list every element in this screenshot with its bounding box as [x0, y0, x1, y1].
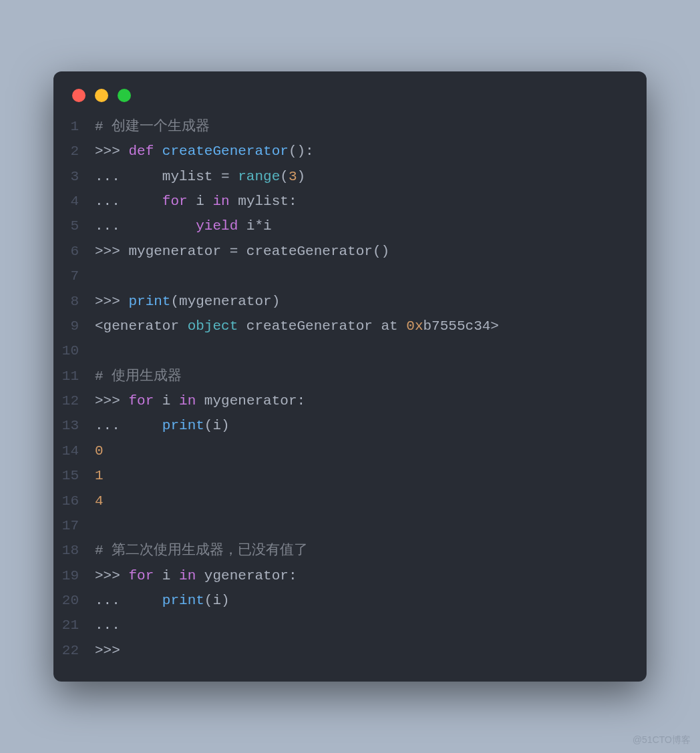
code-token: >>>	[95, 144, 128, 159]
code-token: mylist:	[230, 194, 297, 209]
code-token: 0	[95, 443, 104, 459]
line-number: 21	[53, 613, 95, 638]
line-content	[95, 264, 631, 288]
code-token: yield	[196, 218, 238, 234]
code-window: 1# 创建一个生成器2>>> def createGenerator():3..…	[53, 71, 647, 682]
code-line: 4... for i in mylist:	[53, 189, 631, 214]
line-number: 8	[53, 289, 95, 314]
code-token: (i)	[204, 593, 230, 608]
code-line: 11# 使用生成器	[53, 364, 631, 389]
code-line: 17	[53, 513, 631, 538]
code-line: 6>>> mygenerator = createGenerator()	[53, 239, 631, 264]
line-content: 1	[95, 463, 631, 488]
code-line: 22>>>	[53, 638, 631, 663]
code-token: i	[238, 218, 254, 234]
code-token: i	[154, 393, 179, 409]
code-line: 7	[53, 264, 631, 288]
line-content: >>> for i in mygenerator:	[95, 389, 631, 413]
code-token: <generator	[95, 318, 188, 334]
code-token: ... mylist	[95, 169, 221, 184]
line-number: 13	[53, 413, 95, 438]
code-token: createGenerator()	[238, 244, 389, 259]
code-token: for	[128, 393, 154, 409]
line-number: 14	[53, 439, 95, 463]
line-number: 10	[53, 338, 95, 363]
line-content	[95, 338, 631, 363]
code-token: (mygenerator)	[170, 294, 280, 309]
line-content: ...	[95, 613, 631, 638]
line-number: 3	[53, 164, 95, 189]
code-token: *	[254, 218, 263, 234]
line-number: 6	[53, 239, 95, 264]
code-token: >>>	[95, 294, 128, 309]
code-token: i	[188, 194, 213, 209]
code-token: b7555c34	[423, 318, 491, 334]
code-line: 12>>> for i in mygenerator:	[53, 389, 631, 413]
line-number: 19	[53, 563, 95, 588]
code-line: 1# 创建一个生成器	[53, 114, 631, 139]
code-token: >	[490, 318, 499, 334]
code-line: 164	[53, 489, 631, 513]
code-token: print	[128, 294, 170, 309]
line-number: 9	[53, 314, 95, 338]
code-token: 0x	[406, 318, 423, 334]
code-token: in	[212, 194, 229, 209]
close-icon[interactable]	[72, 89, 85, 102]
code-line: 20... print(i)	[53, 588, 631, 613]
line-number: 11	[53, 364, 95, 389]
code-token: # 第二次使用生成器，已没有值了	[95, 543, 308, 558]
code-token: i	[154, 568, 179, 583]
line-number: 17	[53, 513, 95, 538]
code-token: ...	[95, 418, 162, 433]
line-content: 4	[95, 489, 631, 513]
code-token: def	[128, 144, 154, 159]
line-number: 16	[53, 489, 95, 513]
code-token: )	[297, 169, 305, 184]
code-token: =	[221, 169, 230, 184]
code-token: for	[128, 568, 154, 583]
code-line: 21...	[53, 613, 631, 638]
line-number: 22	[53, 638, 95, 663]
code-line: 2>>> def createGenerator():	[53, 139, 631, 164]
minimize-icon[interactable]	[95, 89, 108, 102]
code-line: 10	[53, 338, 631, 363]
maximize-icon[interactable]	[118, 89, 131, 102]
code-token: in	[179, 568, 196, 583]
line-content: >>> def createGenerator():	[95, 139, 631, 164]
line-content: ... for i in mylist:	[95, 189, 631, 214]
code-token: ...	[95, 194, 162, 209]
code-token: print	[162, 418, 204, 433]
watermark-text: @51CTO博客	[633, 734, 691, 746]
code-token: # 创建一个生成器	[95, 119, 210, 134]
code-token: # 使用生成器	[95, 368, 182, 384]
code-token: print	[162, 593, 204, 608]
code-block: 1# 创建一个生成器2>>> def createGenerator():3..…	[53, 114, 647, 663]
code-token: ...	[95, 593, 162, 608]
line-content: >>> for i in ygenerator:	[95, 563, 631, 588]
code-token: >>>	[95, 643, 120, 658]
code-line: 19>>> for i in ygenerator:	[53, 563, 631, 588]
line-number: 20	[53, 588, 95, 613]
line-content: # 创建一个生成器	[95, 114, 631, 139]
line-content	[95, 513, 631, 538]
code-token: createGenerator at	[238, 318, 406, 334]
code-token: ():	[289, 144, 314, 159]
code-token: ygenerator:	[196, 568, 297, 583]
code-token: (i)	[204, 418, 230, 433]
line-content: # 第二次使用生成器，已没有值了	[95, 538, 631, 563]
code-token: 3	[289, 169, 297, 184]
code-token: object	[188, 318, 238, 334]
line-content: ... print(i)	[95, 413, 631, 438]
code-token: createGenerator	[162, 144, 289, 159]
code-token: >>>	[95, 568, 128, 583]
code-line: 8>>> print(mygenerator)	[53, 289, 631, 314]
code-line: 5... yield i*i	[53, 214, 631, 238]
line-number: 1	[53, 114, 95, 139]
line-number: 15	[53, 463, 95, 488]
line-content: 0	[95, 439, 631, 463]
code-line: 151	[53, 463, 631, 488]
line-content: >>> print(mygenerator)	[95, 289, 631, 314]
code-token: >>>	[95, 393, 128, 409]
code-token: ...	[95, 617, 120, 633]
window-titlebar	[53, 86, 647, 114]
